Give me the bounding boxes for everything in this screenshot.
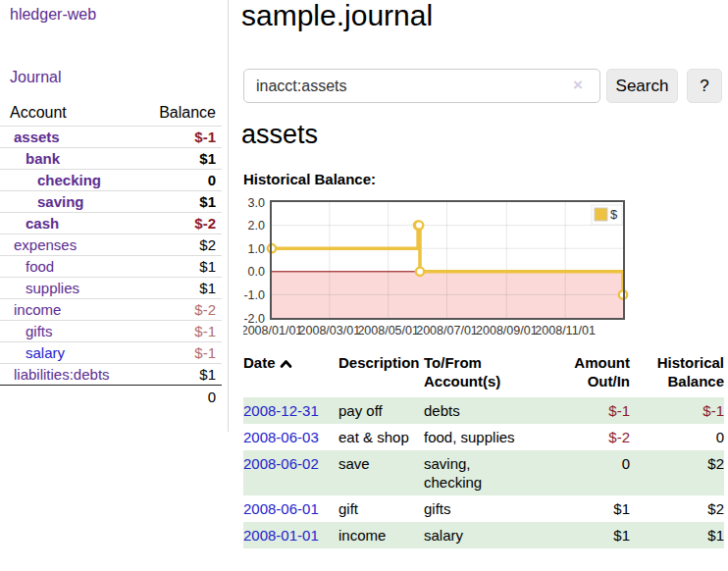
transaction-description: eat & shop: [338, 424, 424, 450]
legend-swatch: [595, 208, 607, 221]
accounts-header-balance: Balance: [147, 101, 222, 127]
register-row: 2008-06-03eat & shopfood, supplies$-20: [243, 424, 724, 450]
accounts-total-value: 0: [147, 386, 222, 409]
transaction-description: gift: [338, 495, 424, 522]
x-axis-tick-label: 2008/05/01: [357, 324, 419, 337]
account-balance: $-2: [147, 213, 222, 234]
sidebar-account-gifts[interactable]: gifts: [26, 323, 53, 339]
x-axis-tick-label: 2008/11/01: [535, 324, 596, 337]
clear-search-icon[interactable]: ×: [573, 76, 583, 95]
transaction-balance: $-1: [630, 397, 724, 424]
transaction-description: pay off: [338, 397, 424, 424]
account-row: expenses$2: [0, 234, 222, 256]
account-heading: assets: [241, 116, 318, 153]
y-axis-tick-label: 0.0: [248, 265, 265, 279]
sidebar-account-assets[interactable]: assets: [14, 129, 60, 145]
hledger-web-window: hledger-web Journal Account Balance asse…: [0, 0, 728, 571]
sidebar: hledger-web Journal Account Balance asse…: [0, 0, 229, 432]
sidebar-account-supplies[interactable]: supplies: [26, 280, 79, 296]
account-balance: $1: [147, 256, 222, 278]
transaction-description: income: [338, 522, 424, 548]
account-balance: $1: [147, 278, 222, 299]
x-axis-tick-label: 2008/07/01: [416, 324, 478, 337]
transaction-date-link[interactable]: 2008-01-01: [243, 527, 319, 544]
x-axis-tick-label: 2008/01/01: [243, 324, 302, 337]
accounts-total-row: 0: [0, 386, 222, 409]
transaction-amount: $-2: [538, 424, 630, 450]
transaction-amount: $-1: [538, 397, 630, 424]
account-row: assets$-1: [0, 127, 222, 148]
data-point-marker: [415, 221, 423, 229]
search-button[interactable]: Search: [606, 69, 678, 103]
transaction-date-link[interactable]: 2008-12-31: [243, 402, 319, 419]
x-axis-tick-label: 2008/03/01: [299, 324, 361, 337]
legend-label: $: [610, 207, 618, 222]
transaction-accounts: debts: [424, 397, 538, 424]
transaction-accounts: gifts: [424, 495, 538, 522]
transaction-accounts: salary: [424, 522, 538, 548]
transaction-balance: 0: [630, 424, 724, 450]
account-balance: $-1: [147, 342, 222, 364]
data-point-marker: [416, 268, 424, 276]
transaction-balance: $2: [630, 495, 724, 522]
sidebar-account-bank[interactable]: bank: [26, 150, 60, 167]
account-row: saving$1: [0, 191, 222, 213]
register-row: 2008-06-02savesaving, checking0$2: [243, 450, 724, 495]
y-axis-tick-label: 2.0: [248, 219, 265, 233]
account-balance: $1: [147, 191, 222, 213]
transaction-date-link[interactable]: 2008-06-01: [243, 500, 319, 517]
sidebar-account-liabilities:debts[interactable]: liabilities:debts: [14, 366, 110, 383]
register-table: Date Description To/From Account(s) Amou…: [243, 353, 724, 548]
x-axis-tick-label: 2008/09/01: [476, 324, 538, 337]
transaction-date-link[interactable]: 2008-06-03: [243, 429, 319, 445]
transaction-amount: $1: [538, 495, 630, 522]
account-balance: 0: [147, 170, 222, 191]
sidebar-account-salary[interactable]: salary: [26, 344, 65, 361]
account-row: income$-2: [0, 299, 222, 321]
account-balance: $-2: [147, 299, 222, 321]
column-header-balance: Historical Balance: [630, 353, 724, 397]
account-balance: $1: [147, 148, 222, 170]
transaction-amount: $1: [538, 522, 630, 548]
search-input[interactable]: [243, 69, 600, 103]
account-row: checking0: [0, 170, 222, 191]
transaction-date-link[interactable]: 2008-06-02: [243, 455, 319, 472]
date-header-label: Date: [243, 354, 276, 371]
sidebar-item-journal[interactable]: Journal: [10, 69, 61, 86]
help-button[interactable]: ?: [687, 69, 722, 103]
register-row: 2008-06-01giftgifts$1$2: [243, 495, 724, 522]
register-row: 2008-01-01incomesalary$1$1: [243, 522, 724, 548]
app-title-link[interactable]: hledger-web: [10, 6, 96, 24]
account-balance: $2: [147, 234, 222, 256]
column-header-date[interactable]: Date: [243, 353, 338, 397]
account-row: bank$1: [0, 148, 222, 170]
accounts-header-account: Account: [0, 101, 147, 127]
account-row: cash$-2: [0, 213, 222, 234]
column-header-accounts: To/From Account(s): [424, 353, 538, 397]
y-axis-tick-label: -1.0: [243, 288, 265, 302]
transaction-balance: $1: [630, 522, 724, 548]
search-form: × Search ?: [243, 69, 728, 103]
account-row: salary$-1: [0, 342, 222, 364]
transaction-balance: $2: [630, 450, 724, 495]
account-balance: $-1: [147, 127, 222, 148]
accounts-table: Account Balance assets$-1bank$1checking0…: [0, 101, 222, 408]
sidebar-account-saving[interactable]: saving: [37, 193, 84, 210]
transaction-accounts: saving, checking: [424, 450, 538, 495]
sidebar-account-expenses[interactable]: expenses: [14, 236, 77, 253]
account-row: food$1: [0, 256, 222, 278]
column-header-amount: Amount Out/In: [538, 353, 630, 397]
historical-balance-chart: $3.02.01.00.0-1.0-2.02008/01/012008/03/0…: [243, 196, 636, 339]
transaction-accounts: food, supplies: [424, 424, 538, 450]
sidebar-account-income[interactable]: income: [14, 301, 61, 318]
y-axis-tick-label: 3.0: [248, 196, 265, 210]
account-row: liabilities:debts$1: [0, 364, 222, 386]
account-balance: $1: [147, 364, 222, 386]
sidebar-account-cash[interactable]: cash: [26, 215, 59, 232]
sidebar-account-food[interactable]: food: [26, 258, 54, 275]
chart-title: Historical Balance:: [243, 171, 376, 187]
sidebar-account-checking[interactable]: checking: [37, 172, 101, 188]
register-row: 2008-12-31pay offdebts$-1$-1: [243, 397, 724, 424]
y-axis-tick-label: 1.0: [248, 242, 265, 256]
account-row: gifts$-1: [0, 321, 222, 342]
